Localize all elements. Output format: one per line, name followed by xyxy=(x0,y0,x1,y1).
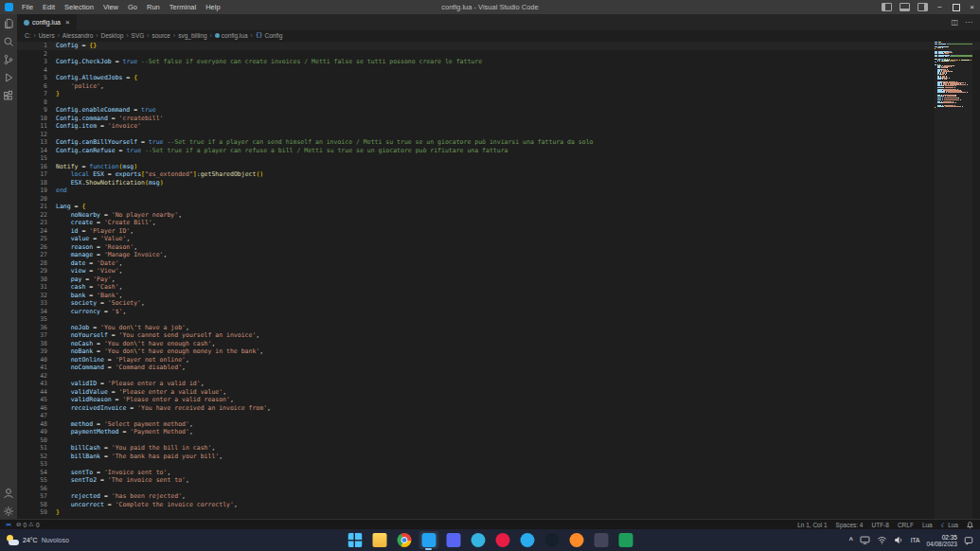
problems-indicator[interactable]: ⊘ 0 ⚠ 0 xyxy=(16,521,40,528)
code-line[interactable]: 31 cash = 'Cash', xyxy=(17,283,980,292)
code-line[interactable]: 24 id = 'Player ID', xyxy=(17,227,980,236)
keyboard-language[interactable]: ITA xyxy=(911,537,920,543)
line-number[interactable]: 49 xyxy=(17,428,56,436)
line-number[interactable]: 18 xyxy=(17,179,56,187)
breadcrumb-item[interactable]: SVG xyxy=(132,32,145,39)
status-cursor-position[interactable]: Ln 1, Col 1 xyxy=(797,522,827,528)
line-number[interactable]: 55 xyxy=(17,476,56,485)
line-number[interactable]: 40 xyxy=(17,356,56,364)
line-number[interactable]: 48 xyxy=(17,420,56,429)
line-number[interactable]: 37 xyxy=(17,331,56,340)
code-line[interactable]: 40 notOnline = 'Player not online', xyxy=(17,356,980,364)
code-line[interactable]: 9Config.enableCommand = true xyxy=(17,106,980,115)
tray-chevron-icon[interactable]: ^ xyxy=(849,537,853,543)
volume-icon[interactable] xyxy=(894,535,904,545)
line-number[interactable]: 28 xyxy=(17,259,56,268)
code-line[interactable]: 10Config.command = 'createbill' xyxy=(17,115,980,123)
line-number[interactable]: 23 xyxy=(17,219,56,227)
line-number[interactable]: 29 xyxy=(17,267,56,276)
code-line[interactable]: 37 noYourself = 'You cannot send yoursel… xyxy=(17,331,980,340)
line-number[interactable]: 16 xyxy=(17,163,56,171)
line-number[interactable]: 32 xyxy=(17,292,56,300)
code-line[interactable]: 26 reason = 'Reason', xyxy=(17,243,980,252)
code-line[interactable]: 4 xyxy=(17,66,980,75)
line-number[interactable]: 19 xyxy=(17,187,56,195)
line-number[interactable]: 50 xyxy=(17,436,56,445)
code-line[interactable]: 50 xyxy=(17,436,980,445)
code-line[interactable]: 36 noJob = 'You don\'t have a job', xyxy=(17,324,980,332)
tab-close-icon[interactable]: × xyxy=(65,18,70,27)
line-number[interactable]: 34 xyxy=(17,308,56,316)
menu-go[interactable]: Go xyxy=(123,3,142,11)
line-number[interactable]: 56 xyxy=(17,485,56,493)
status-lua-extension[interactable]: ☾Lua xyxy=(941,522,958,528)
status-indentation[interactable]: Spaces: 4 xyxy=(836,522,864,528)
taskbar-app-vscode[interactable] xyxy=(421,529,436,551)
line-number[interactable]: 53 xyxy=(17,460,56,469)
line-number[interactable]: 42 xyxy=(17,372,56,381)
code-line[interactable]: 21Lang = { xyxy=(17,203,980,211)
code-line[interactable]: 52 billBank = 'The bank has paid your bi… xyxy=(17,453,980,461)
minimap-slider[interactable] xyxy=(935,42,972,520)
vscode-logo-icon[interactable] xyxy=(5,3,13,11)
code-line[interactable]: 22 noNearby = 'No player nearby', xyxy=(17,211,980,220)
menu-file[interactable]: File xyxy=(17,3,38,11)
line-number[interactable]: 46 xyxy=(17,404,56,413)
code-line[interactable]: 45 validReason = 'Please enter a valid r… xyxy=(17,396,980,404)
code-line[interactable]: 54 sentTo = 'Invoice sent to', xyxy=(17,469,980,477)
line-number[interactable]: 59 xyxy=(17,508,56,517)
menu-selection[interactable]: Selection xyxy=(60,3,98,11)
weather-widget[interactable]: 24°C Nuvoloso xyxy=(0,535,69,546)
line-number[interactable]: 26 xyxy=(17,243,56,252)
notifications-bell-icon[interactable] xyxy=(966,521,974,529)
sidebar-item-extensions[interactable] xyxy=(0,86,17,104)
line-number[interactable]: 20 xyxy=(17,195,56,204)
taskbar-app-discord[interactable] xyxy=(446,529,460,551)
code-line[interactable]: 12 xyxy=(17,131,980,139)
code-line[interactable]: 17 local ESX = exports["es_extended"]:ge… xyxy=(17,170,980,179)
sidebar-item-source-control[interactable] xyxy=(0,50,17,68)
menu-view[interactable]: View xyxy=(98,3,123,11)
code-line[interactable]: 59} xyxy=(17,508,980,517)
line-number[interactable]: 39 xyxy=(17,347,56,356)
menu-help[interactable]: Help xyxy=(201,3,224,11)
code-line[interactable]: 38 noCash = 'You don\'t have enough cash… xyxy=(17,340,980,348)
code-line[interactable]: 41 noCommand = 'Command disabled', xyxy=(17,364,980,372)
line-number[interactable]: 2 xyxy=(17,50,56,59)
taskbar-clock[interactable]: 02:35 04/08/2023 xyxy=(926,534,957,547)
breadcrumb-item[interactable]: C: xyxy=(25,32,31,39)
line-number[interactable]: 33 xyxy=(17,299,56,308)
line-number[interactable]: 11 xyxy=(17,122,56,131)
notification-center-icon[interactable] xyxy=(964,536,973,545)
status-eol[interactable]: CRLF xyxy=(898,522,914,528)
line-number[interactable]: 41 xyxy=(17,364,56,372)
menu-edit[interactable]: Edit xyxy=(38,3,60,11)
taskbar-app-edge[interactable] xyxy=(471,529,485,551)
taskbar-app-telegram[interactable] xyxy=(520,529,534,551)
line-number[interactable]: 7 xyxy=(17,90,56,98)
code-line[interactable]: 33 society = 'Society', xyxy=(17,299,980,308)
menu-terminal[interactable]: Terminal xyxy=(165,3,201,11)
monitor-icon[interactable] xyxy=(860,535,870,545)
code-line[interactable]: 51 billCash = 'You paid the bill in cash… xyxy=(17,444,980,453)
line-number[interactable]: 52 xyxy=(17,453,56,461)
line-number[interactable]: 6 xyxy=(17,82,56,91)
line-number[interactable]: 51 xyxy=(17,444,56,453)
line-number[interactable]: 44 xyxy=(17,388,56,397)
line-number[interactable]: 22 xyxy=(17,211,56,220)
taskbar-app-file-explorer[interactable] xyxy=(372,529,386,551)
code-line[interactable]: 7} xyxy=(17,90,980,98)
line-number[interactable]: 5 xyxy=(17,74,56,82)
line-number[interactable]: 57 xyxy=(17,492,56,501)
sidebar-item-run-debug[interactable] xyxy=(0,68,17,86)
code-line[interactable]: 47 xyxy=(17,412,980,420)
code-line[interactable]: 5Config.AllowedJobs = { xyxy=(17,74,980,82)
taskbar-app-chrome[interactable] xyxy=(397,529,411,551)
line-number[interactable]: 14 xyxy=(17,147,56,155)
taskbar-app-firefox[interactable] xyxy=(569,529,583,551)
line-number[interactable]: 30 xyxy=(17,276,56,284)
code-line[interactable]: 15 xyxy=(17,154,980,163)
line-number[interactable]: 43 xyxy=(17,380,56,388)
taskbar-app-excel[interactable] xyxy=(618,529,633,551)
code-line[interactable]: 55 sentTo2 = 'The invoice sent to', xyxy=(17,476,980,485)
